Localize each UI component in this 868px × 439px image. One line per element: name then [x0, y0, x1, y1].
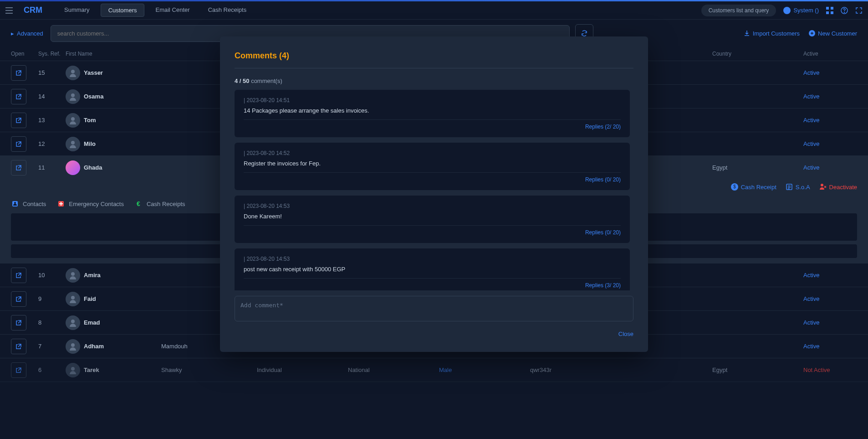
active-status: Active	[803, 164, 868, 171]
comment-text: post new cash receipt with 50000 EGP	[244, 266, 621, 279]
logo: CRM	[24, 5, 42, 15]
replies-link[interactable]: Replies (0/ 20)	[244, 229, 621, 236]
name-cell: Amira	[66, 268, 161, 283]
active-status: Active	[803, 117, 868, 124]
help-icon[interactable]	[841, 7, 848, 14]
avatar	[66, 137, 80, 151]
avatar	[66, 292, 80, 306]
c5: Individual	[257, 367, 348, 373]
col-sysref[interactable]: Sys. Ref.	[38, 51, 66, 57]
nav-tabs: Summary Customers Email Center Cash Rece…	[57, 4, 254, 17]
emergency-icon	[57, 200, 65, 208]
avatar	[66, 339, 80, 354]
svg-point-11	[71, 70, 75, 73]
svg-point-14	[71, 141, 75, 145]
expand-icon[interactable]	[855, 7, 863, 14]
comment-card: | 2023-08-20 14:53 Done Kareem! Replies …	[235, 196, 630, 243]
comment-card: | 2023-08-20 14:52 Register the invoices…	[235, 143, 630, 190]
name-cell: Yasser	[66, 66, 161, 80]
comment-meta: | 2023-08-20 14:53	[244, 203, 621, 209]
comment-text: Done Kareem!	[244, 213, 621, 226]
open-button[interactable]	[11, 362, 26, 378]
open-button[interactable]	[11, 89, 26, 104]
name-cell: Adham	[66, 339, 161, 354]
comments-list[interactable]: | 2023-08-20 14:51 14 Packages please ar…	[235, 90, 633, 290]
table-row[interactable]: 6 Tarek Shawky Individual National Male …	[0, 358, 868, 382]
nav-tab-customers[interactable]: Customers	[101, 4, 145, 17]
apps-icon[interactable]	[826, 7, 833, 14]
active-status: Not Active	[803, 367, 868, 373]
comments-modal: Comments (4) 4 / 50 comment(s) | 2023-08…	[220, 36, 648, 352]
open-button[interactable]	[11, 315, 26, 331]
user-chip[interactable]: System ()	[783, 7, 819, 14]
active-status: Active	[803, 93, 868, 100]
sysref: 15	[38, 69, 66, 76]
svg-rect-1	[5, 10, 13, 11]
col-open[interactable]: Open	[11, 51, 38, 57]
comment-meta: | 2023-08-20 14:51	[244, 97, 621, 103]
replies-link[interactable]: Replies (3/ 20)	[244, 282, 621, 289]
svg-point-20	[14, 202, 16, 204]
avatar	[66, 113, 80, 128]
open-button[interactable]	[11, 291, 26, 307]
avatar	[66, 315, 80, 330]
open-button[interactable]	[11, 113, 26, 128]
name-cell: Emad	[66, 315, 161, 330]
sub-tab-contacts[interactable]: Contacts	[11, 200, 46, 208]
advanced-button[interactable]: ▸Advanced	[11, 30, 43, 37]
avatar	[66, 160, 80, 175]
svg-text:€: €	[137, 200, 140, 207]
soa-action[interactable]: S.o.A	[786, 183, 810, 191]
deactivate-action[interactable]: Deactivate	[819, 183, 857, 191]
new-customer-button[interactable]: New Customer	[809, 30, 857, 37]
comment-count: 4 / 50 comment(s)	[235, 77, 633, 84]
sysref: 14	[38, 93, 66, 100]
svg-point-27	[71, 367, 75, 371]
replies-link[interactable]: Replies (2/ 20)	[244, 124, 621, 130]
replies-link[interactable]: Replies (0/ 20)	[244, 176, 621, 183]
open-button[interactable]	[11, 136, 26, 152]
c8: qwr343r	[530, 367, 621, 373]
avatar	[66, 89, 80, 104]
svg-rect-7	[831, 11, 833, 14]
sub-tab-emergency[interactable]: Emergency Contacts	[57, 200, 124, 208]
sysref: 8	[38, 319, 66, 326]
comment-card: | 2023-08-20 14:53 post new cash receipt…	[235, 248, 630, 290]
col-country[interactable]: Country	[712, 51, 803, 57]
cash-receipt-action[interactable]: $ Cash Receipt	[731, 183, 776, 191]
sysref: 9	[38, 295, 66, 302]
active-status: Active	[803, 272, 868, 279]
menu-icon[interactable]	[5, 7, 13, 14]
open-button[interactable]	[11, 65, 26, 81]
open-button[interactable]	[11, 339, 26, 354]
col-firstname[interactable]: First Name	[66, 51, 161, 57]
svg-text:$: $	[733, 184, 736, 189]
active-status: Active	[803, 319, 868, 326]
sub-tab-cashreceipts[interactable]: € Cash Receipts	[135, 200, 185, 208]
nav-tab-email-center[interactable]: Email Center	[148, 4, 197, 17]
sysref: 10	[38, 272, 66, 279]
name-cell: Ghada	[66, 160, 161, 175]
close-button[interactable]: Close	[618, 331, 633, 337]
c4: Shawky	[161, 367, 257, 373]
svg-rect-2	[5, 13, 13, 14]
nav-tab-cash-receipts[interactable]: Cash Receipts	[201, 4, 254, 17]
col-active[interactable]: Active	[803, 51, 868, 57]
svg-point-23	[71, 272, 75, 276]
open-button[interactable]	[11, 268, 26, 283]
comment-meta: | 2023-08-20 14:52	[244, 150, 621, 156]
svg-point-26	[71, 343, 75, 347]
nav-tab-summary[interactable]: Summary	[57, 4, 97, 17]
sysref: 7	[38, 343, 66, 350]
svg-point-18	[821, 184, 823, 186]
avatar	[66, 66, 80, 80]
open-button[interactable]	[11, 160, 26, 176]
country: Egypt	[712, 367, 803, 373]
modal-title: Comments (4)	[235, 51, 633, 68]
comment-meta: | 2023-08-20 14:53	[244, 256, 621, 262]
app-header: CRM Summary Customers Email Center Cash …	[0, 1, 868, 20]
avatar	[66, 268, 80, 283]
import-customers-button[interactable]: Import Customers	[744, 30, 800, 37]
add-comment-input[interactable]	[235, 296, 633, 321]
context-pill: Customers list and query	[701, 5, 776, 16]
